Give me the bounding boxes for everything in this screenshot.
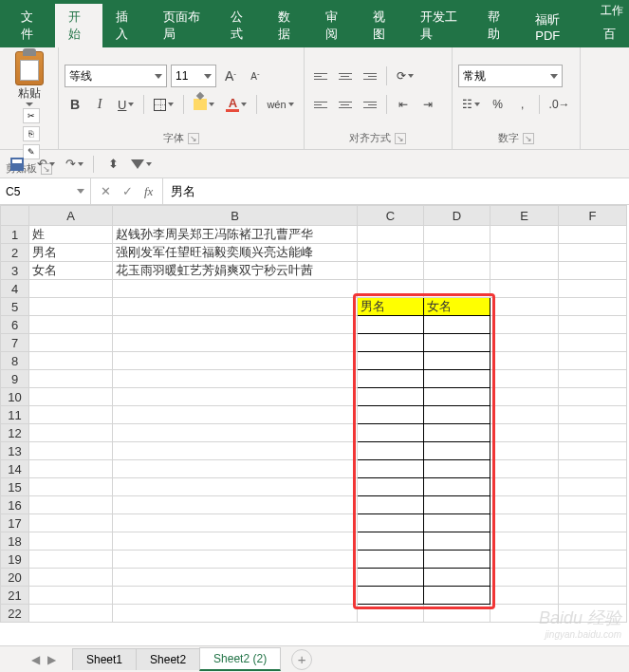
cell[interactable] <box>29 605 113 623</box>
sheet-tab-1[interactable]: Sheet1 <box>72 648 137 670</box>
decrease-indent-button[interactable]: ⇤ <box>393 93 414 116</box>
cell[interactable] <box>113 514 358 532</box>
fill-color-button[interactable] <box>190 93 218 116</box>
cell[interactable] <box>490 496 559 514</box>
row-header-6[interactable]: 6 <box>1 316 29 334</box>
cell[interactable] <box>358 280 424 298</box>
add-sheet-button[interactable]: + <box>291 649 312 670</box>
align-top-button[interactable] <box>310 65 331 87</box>
cell[interactable] <box>559 244 627 262</box>
font-name-combo[interactable]: 等线 <box>65 65 167 87</box>
save-button[interactable] <box>8 155 27 174</box>
cell[interactable] <box>29 496 113 514</box>
cell[interactable] <box>490 406 559 424</box>
cell[interactable] <box>490 352 559 370</box>
cell[interactable] <box>490 605 559 623</box>
decrease-font-button[interactable]: Aˇ <box>245 65 266 87</box>
cell[interactable] <box>358 569 424 587</box>
cell[interactable] <box>559 587 627 605</box>
number-format-combo[interactable]: 常规 <box>458 65 563 87</box>
sheet-tab-3[interactable]: Sheet2 (2) <box>199 647 281 671</box>
sheet-nav-next[interactable]: ▶ <box>45 653 59 666</box>
cell[interactable] <box>358 587 424 605</box>
col-header-C[interactable]: C <box>358 206 424 226</box>
cell[interactable] <box>29 334 113 352</box>
cell[interactable] <box>559 478 627 496</box>
tab-view[interactable]: 视图 <box>360 4 407 47</box>
formula-input[interactable]: 男名 <box>163 178 629 204</box>
cell[interactable] <box>358 406 424 424</box>
row-header-12[interactable]: 12 <box>1 424 29 442</box>
tab-data[interactable]: 数据 <box>265 4 312 47</box>
cell[interactable] <box>559 352 627 370</box>
cell[interactable] <box>424 280 490 298</box>
row-header-8[interactable]: 8 <box>1 352 29 370</box>
filter-button[interactable] <box>132 155 151 174</box>
cell[interactable] <box>559 406 627 424</box>
cell[interactable] <box>358 532 424 551</box>
align-right-button[interactable] <box>360 93 380 116</box>
cell[interactable] <box>113 551 358 569</box>
cell[interactable] <box>29 424 113 442</box>
cell[interactable] <box>113 406 358 424</box>
cell[interactable] <box>358 352 424 370</box>
sheet-tab-2[interactable]: Sheet2 <box>136 648 200 670</box>
cell[interactable] <box>113 532 358 551</box>
align-bottom-button[interactable] <box>360 65 380 87</box>
row-header-22[interactable]: 22 <box>1 605 29 623</box>
cell[interactable] <box>490 442 559 460</box>
cell[interactable] <box>559 388 627 406</box>
row-header-11[interactable]: 11 <box>1 406 29 424</box>
alignment-dialog-launcher[interactable]: ↘ <box>395 133 406 144</box>
cell[interactable] <box>490 298 559 316</box>
cell[interactable] <box>358 226 424 244</box>
cell[interactable] <box>29 280 113 298</box>
tab-layout[interactable]: 页面布局 <box>150 4 218 47</box>
cell[interactable] <box>29 316 113 334</box>
cell[interactable] <box>113 316 358 334</box>
paste-button[interactable]: 粘贴 <box>15 51 44 106</box>
bold-button[interactable]: B <box>65 93 85 116</box>
increase-decimal-button[interactable]: .0→ <box>546 93 574 116</box>
cell[interactable] <box>29 569 113 587</box>
cell[interactable] <box>490 244 559 262</box>
font-dialog-launcher[interactable]: ↘ <box>188 133 199 144</box>
cell[interactable]: 女名 <box>424 298 490 316</box>
cell[interactable] <box>490 551 559 569</box>
cell[interactable] <box>29 551 113 569</box>
percent-button[interactable]: % <box>488 93 509 116</box>
cancel-button[interactable]: ✕ <box>101 184 111 198</box>
cell[interactable]: 花玉雨羽暖虹艺芳娟爽双宁秒云叶茜 <box>113 262 358 280</box>
cell[interactable] <box>29 442 113 460</box>
cell[interactable] <box>29 370 113 388</box>
cell[interactable] <box>559 226 627 244</box>
accounting-format-button[interactable]: ☷ <box>458 93 484 116</box>
cell[interactable] <box>559 496 627 514</box>
cell[interactable] <box>358 442 424 460</box>
row-header-14[interactable]: 14 <box>1 460 29 478</box>
tab-file[interactable]: 文件 <box>8 4 55 47</box>
cell[interactable] <box>490 262 559 280</box>
tab-baidu[interactable]: 百 <box>590 21 629 47</box>
worksheet-grid[interactable]: A B C D E F 1姓赵钱孙李周吴郑王冯陈褚卫孔曹严华2男名强刚发军任望旺… <box>0 205 629 623</box>
cell[interactable] <box>29 388 113 406</box>
cell[interactable] <box>424 551 490 569</box>
cell[interactable] <box>490 587 559 605</box>
cell[interactable] <box>29 352 113 370</box>
cell[interactable] <box>424 587 490 605</box>
underline-button[interactable]: U <box>114 93 138 116</box>
row-header-19[interactable]: 19 <box>1 551 29 569</box>
cell[interactable] <box>358 316 424 334</box>
cell[interactable] <box>490 334 559 352</box>
cell[interactable] <box>424 496 490 514</box>
undo-button[interactable]: ↶ <box>36 155 55 174</box>
cell[interactable] <box>113 370 358 388</box>
cell[interactable] <box>113 352 358 370</box>
tab-review[interactable]: 审阅 <box>312 4 360 47</box>
cell[interactable] <box>113 496 358 514</box>
cell[interactable] <box>358 460 424 478</box>
cell[interactable] <box>113 298 358 316</box>
number-dialog-launcher[interactable]: ↘ <box>523 133 534 144</box>
row-header-7[interactable]: 7 <box>1 334 29 352</box>
cell[interactable] <box>559 551 627 569</box>
